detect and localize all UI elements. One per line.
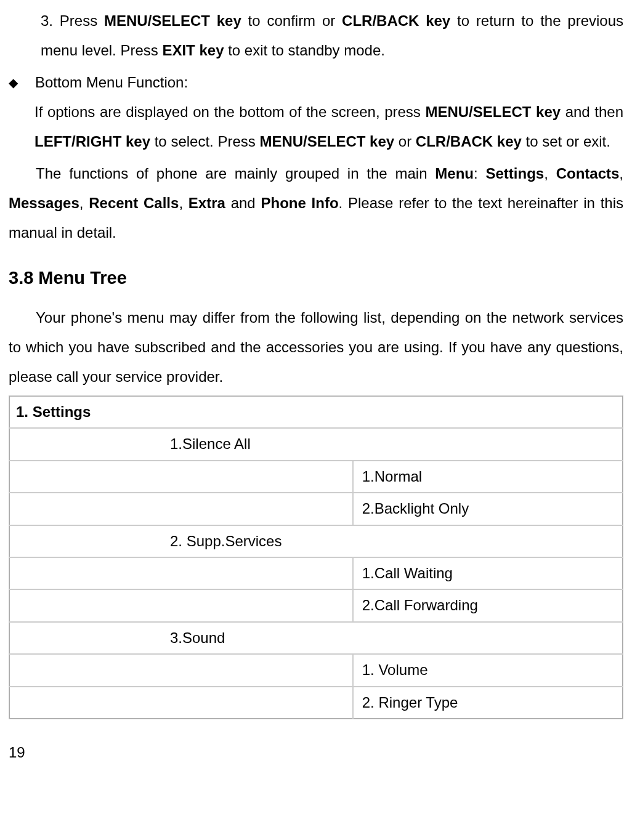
list-prefix: 3. Press [41, 12, 104, 29]
menu-select-key: MENU/SELECT key [104, 12, 241, 29]
numbered-list-item-3: 3. Press MENU/SELECT key to confirm or C… [41, 6, 623, 65]
table-cell-empty [9, 654, 353, 686]
menu-tree-intro: Your phone's menu may differ from the fo… [9, 303, 623, 392]
recent-calls-bold: Recent Calls [89, 195, 179, 211]
table-cell-empty [9, 461, 353, 493]
list-text: to exit to standby mode. [224, 42, 384, 59]
left-right-key: LEFT/RIGHT key [34, 133, 150, 150]
para-text: , [544, 165, 556, 182]
para-text: : [474, 165, 485, 182]
para-text: and [225, 195, 261, 211]
table-cell-call-forwarding: 2.Call Forwarding [353, 589, 623, 621]
table-cell-empty [9, 493, 353, 525]
page-number: 19 [9, 738, 623, 767]
table-row: 2.Backlight Only [9, 493, 623, 525]
bullet-text: and then [561, 103, 623, 120]
table-cell-volume: 1. Volume [353, 654, 623, 686]
para-text: , [179, 195, 188, 211]
settings-bold: Settings [485, 165, 544, 182]
exit-key: EXIT key [162, 42, 224, 59]
table-row: 3.Sound [9, 622, 623, 654]
table-cell-sound: 3.Sound [9, 622, 623, 654]
bullet-text: If options are displayed on the bottom o… [34, 103, 425, 120]
diamond-icon: ◆ [9, 68, 18, 97]
contacts-bold: Contacts [556, 165, 620, 182]
bullet-text: or [394, 133, 416, 150]
clr-back-key: CLR/BACK key [416, 133, 522, 150]
table-header-settings: 1. Settings [9, 396, 623, 428]
section-heading-menu-tree: 3.8 Menu Tree [9, 260, 623, 296]
menu-tree-table: 1. Settings 1.Silence All 1.Normal 2.Bac… [9, 395, 623, 719]
extra-bold: Extra [188, 195, 225, 211]
functions-paragraph: The functions of phone are mainly groupe… [9, 159, 623, 248]
table-cell-ringer-type: 2. Ringer Type [353, 687, 623, 719]
table-row: 1.Normal [9, 461, 623, 493]
bullet-sub-paragraph: If options are displayed on the bottom o… [34, 97, 623, 156]
para-text: The functions of phone are mainly groupe… [36, 165, 435, 182]
table-cell-empty [9, 589, 353, 621]
table-row: 2.Call Forwarding [9, 589, 623, 621]
table-cell-backlight-only: 2.Backlight Only [353, 493, 623, 525]
menu-bold: Menu [435, 165, 474, 182]
table-cell-empty [9, 557, 353, 589]
bullet-text: to select. Press [150, 133, 259, 150]
para-text: , [79, 195, 89, 211]
table-row: 2. Ringer Type [9, 687, 623, 719]
table-cell-empty [9, 687, 353, 719]
table-cell-silence-all: 1.Silence All [9, 428, 623, 460]
bullet-item: ◆ Bottom Menu Function: [9, 68, 623, 97]
table-row: 1. Volume [9, 654, 623, 686]
table-cell-call-waiting: 1.Call Waiting [353, 557, 623, 589]
table-row: 1.Call Waiting [9, 557, 623, 589]
list-text: to confirm or [241, 12, 342, 29]
table-row: 1.Silence All [9, 428, 623, 460]
bullet-text: to set or exit. [522, 133, 610, 150]
clr-back-key: CLR/BACK key [342, 12, 450, 29]
bullet-title: Bottom Menu Function: [35, 68, 623, 97]
phone-info-bold: Phone Info [261, 195, 338, 211]
table-row: 2. Supp.Services [9, 525, 623, 557]
table-row: 1. Settings [9, 396, 623, 428]
menu-select-key: MENU/SELECT key [259, 133, 394, 150]
para-text: , [619, 165, 623, 182]
table-cell-normal: 1.Normal [353, 461, 623, 493]
table-cell-supp-services: 2. Supp.Services [9, 525, 623, 557]
menu-select-key: MENU/SELECT key [425, 103, 561, 120]
messages-bold: Messages [9, 195, 79, 211]
